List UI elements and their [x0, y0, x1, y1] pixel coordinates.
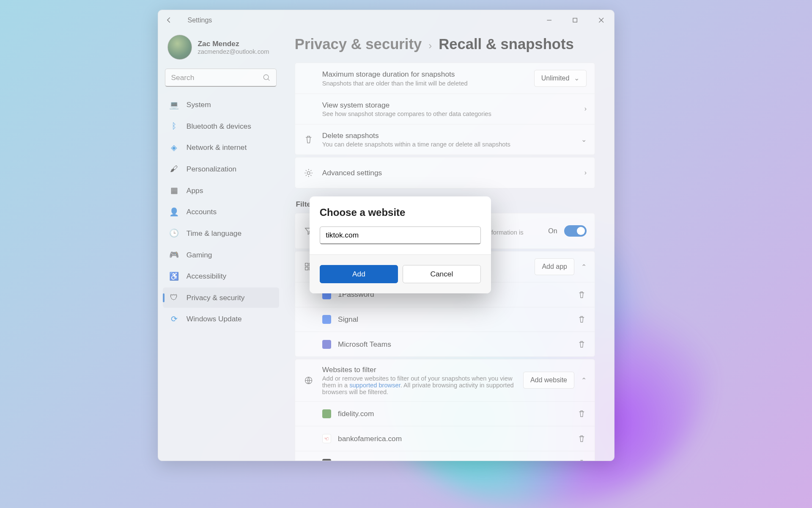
user-email: zacmendez@outlook.com	[198, 48, 269, 55]
app-item: Signal	[295, 307, 595, 332]
add-website-button[interactable]: Add website	[523, 372, 574, 389]
setting-advanced[interactable]: Advanced settings ›	[295, 157, 595, 188]
chevron-right-icon: ›	[428, 40, 432, 52]
supported-browser-link[interactable]: supported browser	[349, 382, 401, 389]
svg-point-2	[264, 75, 269, 80]
website-item: ♪ tiktok.com	[295, 451, 595, 461]
profile[interactable]: Zac Mendez zacmendez@outlook.com	[163, 30, 279, 69]
delete-website-button[interactable]	[578, 435, 587, 443]
website-url-input[interactable]: tiktok.com	[320, 226, 481, 245]
user-name: Zac Mendez	[198, 39, 269, 48]
wifi-icon: ◈	[170, 143, 178, 152]
bluetooth-icon: ᛒ	[170, 122, 178, 131]
delete-app-button[interactable]	[578, 315, 587, 323]
close-button[interactable]	[588, 10, 614, 30]
avatar	[167, 35, 192, 60]
app-item: Microsoft Teams	[295, 331, 595, 356]
globe-icon	[303, 375, 314, 386]
svg-rect-5	[305, 263, 308, 266]
maximize-button[interactable]	[562, 10, 588, 30]
gear-icon	[303, 167, 314, 179]
search-icon	[263, 74, 271, 82]
delete-app-button[interactable]	[578, 291, 587, 299]
setting-max-storage[interactable]: Maximum storage duration for snapshots S…	[295, 63, 595, 94]
minimize-button[interactable]	[536, 10, 562, 30]
site-icon: ♪	[322, 459, 331, 461]
person-icon: 👤	[170, 207, 178, 216]
chevron-down-icon: ⌄	[581, 135, 587, 144]
add-button[interactable]: Add	[320, 265, 398, 283]
page-title: Recall & snapshots	[439, 36, 574, 52]
svg-point-4	[307, 171, 310, 174]
breadcrumb: Privacy & security › Recall & snapshots	[295, 30, 595, 63]
sidebar-item-system[interactable]: 💻System	[163, 95, 279, 115]
accessibility-icon: ♿	[170, 272, 178, 281]
setting-delete-snapshots[interactable]: Delete snapshots You can delete snapshot…	[295, 124, 595, 155]
app-icon	[322, 315, 331, 324]
setting-view-storage[interactable]: View system storage See how snapshot sto…	[295, 94, 595, 124]
site-icon: ☜	[322, 434, 331, 443]
sidebar-item-bluetooth[interactable]: ᛒBluetooth & devices	[163, 116, 279, 136]
chevron-up-icon: ⌃	[581, 263, 587, 271]
brush-icon: 🖌	[170, 165, 178, 174]
chevron-right-icon: ›	[584, 169, 587, 177]
max-storage-dropdown[interactable]: Unlimited ⌄	[534, 70, 587, 87]
dialog-title: Choose a website	[310, 196, 491, 226]
svg-line-3	[268, 79, 269, 80]
choose-website-dialog: Choose a website tiktok.com Add Cancel	[310, 196, 491, 293]
clock-icon: 🕒	[170, 229, 178, 238]
search-input[interactable]: Search	[165, 69, 277, 87]
sidebar-item-network[interactable]: ◈Network & internet	[163, 138, 279, 158]
sidebar-item-accounts[interactable]: 👤Accounts	[163, 202, 279, 222]
titlebar: Settings	[158, 10, 614, 30]
sidebar: Zac Mendez zacmendez@outlook.com Search …	[158, 30, 283, 461]
sidebar-item-apps[interactable]: ▦Apps	[163, 180, 279, 201]
delete-website-button[interactable]	[578, 410, 587, 418]
sidebar-item-privacy[interactable]: 🛡Privacy & security	[163, 287, 279, 308]
svg-rect-1	[573, 18, 577, 22]
website-item: ☜ bankofamerica.com	[295, 426, 595, 451]
sidebar-item-personalization[interactable]: 🖌Personalization	[163, 159, 279, 179]
chevron-down-icon: ⌄	[574, 74, 579, 82]
window-title: Settings	[188, 17, 212, 24]
shield-icon: 🛡	[170, 293, 178, 302]
sidebar-item-time[interactable]: 🕒Time & language	[163, 223, 279, 243]
trash-icon	[303, 134, 314, 145]
setting-websites-filter[interactable]: Websites to filter Add or remove website…	[295, 359, 595, 401]
chevron-up-icon: ⌃	[581, 376, 587, 384]
sidebar-item-update[interactable]: ⟳Windows Update	[163, 309, 279, 329]
svg-rect-7	[305, 267, 308, 270]
site-icon	[322, 409, 331, 418]
gamepad-icon: 🎮	[170, 250, 178, 259]
system-icon: 💻	[170, 100, 178, 109]
app-icon	[322, 340, 331, 349]
delete-app-button[interactable]	[578, 340, 587, 348]
cancel-button[interactable]: Cancel	[403, 265, 481, 283]
update-icon: ⟳	[170, 315, 178, 323]
website-item: fidelity.com	[295, 401, 595, 426]
chevron-right-icon: ›	[584, 105, 587, 113]
add-app-button[interactable]: Add app	[535, 258, 574, 275]
sidebar-item-accessibility[interactable]: ♿Accessibility	[163, 266, 279, 287]
delete-website-button[interactable]	[578, 459, 587, 461]
apps-icon: ▦	[170, 186, 178, 195]
breadcrumb-parent[interactable]: Privacy & security	[295, 36, 422, 52]
sidebar-item-gaming[interactable]: 🎮Gaming	[163, 245, 279, 265]
back-button[interactable]	[165, 16, 178, 24]
filter-sensitive-toggle[interactable]	[564, 225, 587, 237]
